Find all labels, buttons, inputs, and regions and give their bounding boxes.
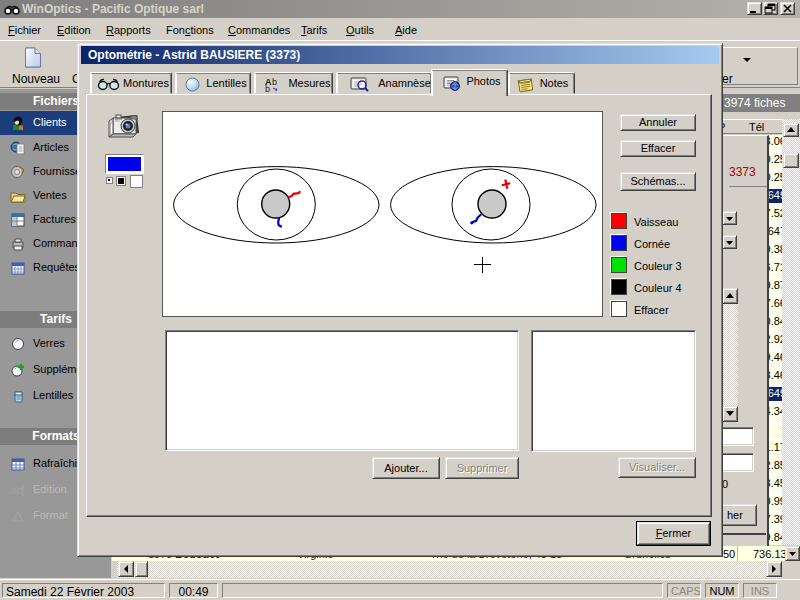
svg-text:ab: ab (11, 484, 23, 496)
svg-text:b: b (265, 84, 270, 93)
svg-text:b: b (272, 77, 277, 87)
